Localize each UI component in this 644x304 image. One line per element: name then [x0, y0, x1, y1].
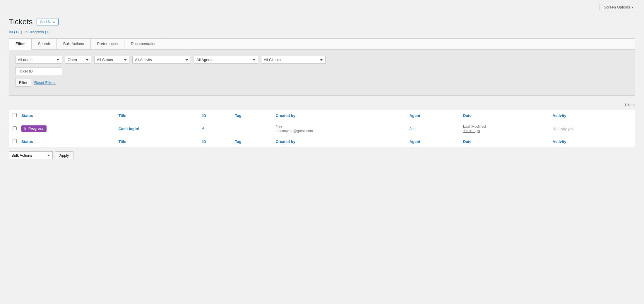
screen-options-bar: Screen Options [0, 0, 644, 14]
tab-documentation[interactable]: Documentation [124, 39, 163, 49]
screen-options-button[interactable]: Screen Options [600, 3, 638, 11]
footer-checkbox-cell [9, 136, 18, 147]
apply-button[interactable]: Apply [55, 151, 73, 159]
status-badge: In Progress [21, 125, 47, 132]
page-header: Tickets Add New [9, 17, 635, 26]
ticket-id-input[interactable] [15, 67, 62, 75]
sub-navigation: All (1) | In Progress (1) [9, 30, 635, 34]
filter-all-link[interactable]: All (1) [9, 30, 19, 34]
footer-header-status[interactable]: Status [18, 136, 115, 147]
row-title-cell: Can't login! [115, 121, 199, 136]
bulk-actions-select[interactable]: Bulk Actions [9, 151, 53, 159]
header-agent[interactable]: Agent [406, 110, 460, 121]
agents-select[interactable]: All Agents [194, 56, 258, 64]
item-count: 1 item [624, 103, 635, 107]
header-activity[interactable]: Activity [549, 110, 635, 121]
separator: | [21, 30, 22, 34]
row-status-cell: In Progress [18, 121, 115, 136]
footer-header-tag[interactable]: Tag [232, 136, 272, 147]
dates-select[interactable]: All dates [15, 56, 62, 64]
date-label: Last Modified [463, 124, 545, 129]
row-agent-cell: Joe [406, 121, 460, 136]
filter-panel: All dates Open All Status All Activity A… [9, 50, 635, 96]
bottom-bar: Bulk Actions Apply [9, 151, 635, 159]
tab-preferences[interactable]: Preferences [91, 39, 124, 49]
table-row: In Progress Can't login! 6 Joe joecanwri… [9, 121, 635, 136]
tab-filter[interactable]: Filter [9, 39, 32, 50]
time-ago: 1 min ago [463, 129, 545, 133]
header-title[interactable]: Title [115, 110, 199, 121]
row-tag-cell [232, 121, 272, 136]
row-checkbox-cell [9, 121, 18, 136]
row-checkbox[interactable] [13, 126, 17, 130]
footer-header-activity[interactable]: Activity [549, 136, 635, 147]
header-checkbox-cell [9, 110, 18, 121]
footer-header-id[interactable]: ID [199, 136, 232, 147]
row-activity-cell: No reply yet. [549, 121, 635, 136]
header-created-by[interactable]: Created by [272, 110, 406, 121]
filter-row-dropdowns: All dates Open All Status All Activity A… [15, 56, 629, 64]
reset-filters-button[interactable]: Reset Filters [34, 80, 56, 85]
all-status-select[interactable]: All Status [94, 56, 129, 64]
add-new-button[interactable]: Add New [37, 18, 59, 25]
select-all-checkbox[interactable] [13, 113, 17, 117]
filter-button[interactable]: Filter [15, 79, 31, 87]
header-date[interactable]: Date [460, 110, 549, 121]
activity-select[interactable]: All Activity [132, 56, 191, 64]
tabs-container: Filter Search Bulk Actions Preferences D… [9, 38, 635, 96]
tab-search[interactable]: Search [32, 39, 57, 49]
footer-select-all-checkbox[interactable] [13, 139, 17, 143]
header-status[interactable]: Status [18, 110, 115, 121]
tickets-table: Status Title ID Tag Created by Agent Dat… [9, 110, 635, 147]
footer-header-agent[interactable]: Agent [406, 136, 460, 147]
row-date-cell: Last Modified 1 min ago [460, 121, 549, 136]
filter-row-buttons: Filter Reset Filters [15, 79, 629, 87]
ticket-title-link[interactable]: Can't login! [119, 127, 139, 131]
footer-header-date[interactable]: Date [460, 136, 549, 147]
header-tag[interactable]: Tag [232, 110, 272, 121]
filter-in-progress-link[interactable]: In Progress (1) [24, 30, 49, 34]
created-by-email: joecanwrite@gmail.com [276, 129, 402, 133]
clients-select[interactable]: All Clients [261, 56, 326, 64]
page-title: Tickets [9, 17, 32, 26]
open-status-select[interactable]: Open [65, 56, 91, 64]
table-footer-row: Status Title ID Tag Created by Agent Dat… [9, 136, 635, 147]
footer-header-created-by[interactable]: Created by [272, 136, 406, 147]
header-id[interactable]: ID [199, 110, 232, 121]
item-count-bar: 1 item [9, 101, 635, 109]
tabs-bar: Filter Search Bulk Actions Preferences D… [9, 39, 635, 50]
filter-row-actions [15, 67, 629, 75]
table-header-row: Status Title ID Tag Created by Agent Dat… [9, 110, 635, 121]
tab-bulk-actions[interactable]: Bulk Actions [57, 39, 91, 49]
row-created-by-cell: Joe joecanwrite@gmail.com [272, 121, 406, 136]
footer-header-title[interactable]: Title [115, 136, 199, 147]
created-by-name: Joe [276, 125, 402, 129]
row-id-cell: 6 [199, 121, 232, 136]
